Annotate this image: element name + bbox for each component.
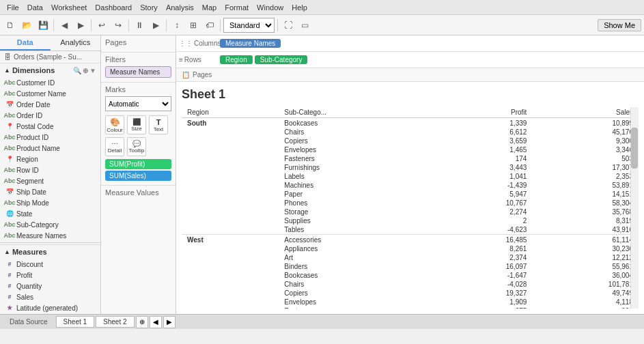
field-icon: Abc: [5, 221, 14, 228]
dimension-item[interactable]: AbcProduct Name: [0, 143, 100, 154]
dimension-item[interactable]: AbcCustomer Name: [0, 88, 100, 99]
dimension-item[interactable]: 📅Ship Date: [0, 186, 100, 197]
menu-dashboard[interactable]: Dashboard: [91, 2, 136, 13]
toolbar-sort[interactable]: ↕: [169, 18, 184, 33]
dimensions-search-icon[interactable]: 🔍: [73, 67, 81, 74]
new-sheet-btn[interactable]: ⊕: [136, 316, 148, 328]
toolbar-undo[interactable]: ↩: [94, 18, 109, 33]
cell-subcat: Chairs: [279, 128, 437, 137]
cell-subcat: Machines: [279, 181, 437, 190]
left-panel: Data Analytics 🗄 Orders (Sample - Su... …: [0, 35, 101, 314]
toolbar-new[interactable]: 🗋: [3, 18, 18, 33]
filters-label: Filters: [105, 55, 171, 63]
sum-sales-pill[interactable]: SUM(Sales): [105, 171, 171, 181]
dimension-item[interactable]: AbcProduct ID: [0, 132, 100, 143]
dimension-item[interactable]: AbcCustomer ID: [0, 77, 100, 88]
show-me-button[interactable]: Show Me: [598, 19, 641, 31]
toolbar: 🗋 📂 💾 ◀ ▶ ↩ ↪ ⏸ ▶ ↕ ⊞ 🏷 Standard ⛶ ▭ Sho…: [0, 15, 644, 35]
measure-item[interactable]: ★Latitude (generated): [0, 302, 100, 313]
menu-story[interactable]: Story: [136, 2, 162, 13]
dimensions-collapse-icon[interactable]: ▲: [4, 67, 10, 74]
dimension-item[interactable]: AbcMeasure Names: [0, 230, 100, 241]
dimension-item[interactable]: AbcShip Mode: [0, 197, 100, 208]
dimension-item[interactable]: AbcOrder ID: [0, 110, 100, 121]
mark-tooltip-btn[interactable]: 💬 Tooltip: [127, 137, 146, 156]
mark-colour-btn[interactable]: 🎨 Colour: [105, 115, 124, 134]
scrollbar-thumb[interactable]: [631, 128, 638, 169]
menu-map[interactable]: Map: [198, 2, 221, 13]
bottom-tab-sheet2[interactable]: Sheet 2: [96, 316, 134, 328]
field-icon: Abc: [5, 199, 14, 206]
measure-item[interactable]: #Discount: [0, 259, 100, 270]
toolbar-back[interactable]: ◀: [57, 18, 72, 33]
menu-bar: File Data Worksheet Dashboard Story Anal…: [0, 0, 644, 15]
field-label: Order ID: [16, 112, 42, 119]
toolbar-open[interactable]: 📂: [19, 18, 34, 33]
toolbar-group[interactable]: ⊞: [186, 18, 201, 33]
tab-analytics[interactable]: Analytics: [51, 35, 101, 51]
menu-analysis[interactable]: Analysis: [162, 2, 198, 13]
marks-dropdown[interactable]: Automatic: [105, 96, 171, 111]
cell-profit: 2: [437, 216, 532, 225]
cell-region: [182, 163, 279, 172]
menu-data[interactable]: Data: [23, 2, 47, 13]
measure-item[interactable]: #Quantity: [0, 281, 100, 291]
field-icon: 📍: [5, 156, 14, 162]
filter-pill-measure-names[interactable]: Measure Names: [105, 66, 171, 78]
dimension-item[interactable]: AbcSub-Category: [0, 219, 100, 230]
bottom-tab-datasource[interactable]: Data Source: [3, 317, 55, 327]
menu-help[interactable]: Help: [288, 2, 311, 13]
cell-sales: 2,353: [532, 172, 639, 181]
tab-data[interactable]: Data: [0, 35, 51, 51]
table-row: Machines -1,439 53,891: [182, 181, 639, 190]
prev-sheet-btn[interactable]: ◀: [150, 316, 162, 328]
dimension-item[interactable]: 🌐State: [0, 208, 100, 219]
toolbar-pause[interactable]: ⏸: [132, 18, 147, 33]
field-icon: Abc: [5, 177, 14, 184]
dimension-item[interactable]: 📍Postal Code: [0, 121, 100, 132]
field-label: Sales: [16, 293, 33, 301]
cell-region: [182, 306, 279, 309]
dimension-item[interactable]: AbcRow ID: [0, 164, 100, 175]
cell-subcat: Paper: [279, 190, 437, 199]
mark-size-btn[interactable]: ⬛ Size: [127, 115, 146, 134]
toolbar-redo[interactable]: ↪: [111, 18, 126, 33]
connection-item[interactable]: 🗄 Orders (Sample - Su...: [0, 51, 100, 63]
dimension-item[interactable]: 📅Order Date: [0, 99, 100, 110]
filters-section: Filters Measure Names: [101, 52, 176, 82]
dimension-item[interactable]: AbcSegment: [0, 175, 100, 186]
field-icon: #: [5, 283, 14, 289]
toolbar-run[interactable]: ▶: [148, 18, 163, 33]
table-wrapper[interactable]: Region Sub-Catego... Profit Sales South …: [182, 107, 639, 309]
rows-icon: ≡: [179, 56, 183, 63]
toolbar-fit[interactable]: ⛶: [281, 18, 296, 33]
toolbar-forward[interactable]: ▶: [73, 18, 88, 33]
mark-detail-btn[interactable]: ⋯ Detail: [105, 137, 124, 156]
next-sheet-btn[interactable]: ▶: [163, 316, 176, 328]
dimensions-list: AbcCustomer IDAbcCustomer Name📅Order Dat…: [0, 77, 100, 241]
field-label: Order Date: [16, 101, 50, 109]
scrollbar-track[interactable]: [630, 107, 639, 309]
columns-pill-measure-names[interactable]: Measure Names: [220, 39, 281, 48]
rows-pill-subcategory[interactable]: Sub-Category: [255, 55, 308, 64]
measures-collapse-icon[interactable]: ▲: [4, 248, 10, 255]
toolbar-save[interactable]: 💾: [36, 18, 51, 33]
toolbar-label[interactable]: 🏷: [202, 18, 217, 33]
measure-item[interactable]: #Profit: [0, 270, 100, 281]
menu-window[interactable]: Window: [253, 2, 288, 13]
dimensions-menu-icon[interactable]: ▼: [89, 67, 96, 74]
toolbar-present[interactable]: ▭: [297, 18, 312, 33]
measure-item[interactable]: #Sales: [0, 291, 100, 302]
rows-pill-region[interactable]: Region: [220, 55, 253, 64]
bottom-tab-sheet1[interactable]: Sheet 1: [56, 316, 94, 328]
mark-text-btn[interactable]: T Text: [149, 115, 168, 134]
menu-file[interactable]: File: [3, 2, 23, 13]
menu-format[interactable]: Format: [221, 2, 253, 13]
menu-worksheet[interactable]: Worksheet: [47, 2, 91, 13]
field-icon: Abc: [5, 232, 14, 239]
viz-type-dropdown[interactable]: Standard: [223, 18, 275, 33]
cell-profit: 8,261: [437, 244, 532, 253]
dimensions-add-icon[interactable]: ⊕: [83, 67, 88, 74]
dimension-item[interactable]: 📍Region: [0, 154, 100, 164]
sum-profit-pill[interactable]: SUM(Profit): [105, 159, 171, 169]
